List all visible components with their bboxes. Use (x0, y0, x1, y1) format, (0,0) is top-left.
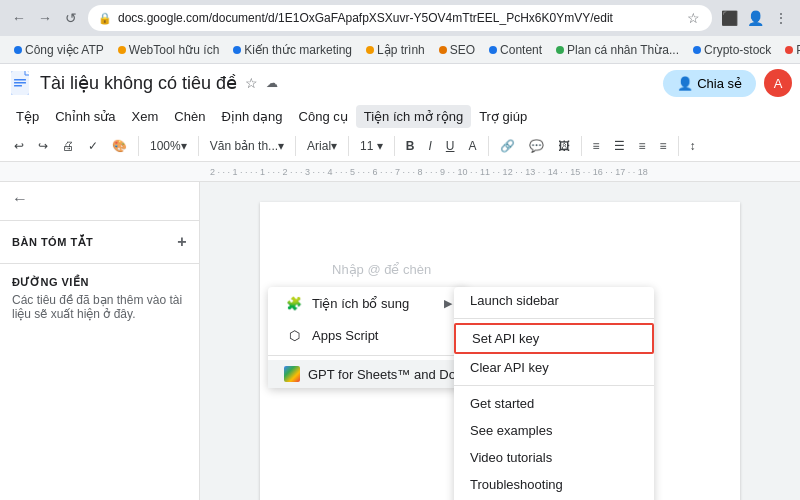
ruler-marks: 2 · · · 1 · · · · 1 · · · 2 · · · 3 · · … (210, 167, 648, 177)
ruler: 2 · · · 1 · · · · 1 · · · 2 · · · 3 · · … (0, 162, 800, 182)
set-api-key-label: Set API key (472, 331, 539, 346)
bookmark-label: Crypto-stock (704, 43, 771, 57)
doc-title[interactable]: Tài liệu không có tiêu đề (40, 72, 237, 94)
menu-xem[interactable]: Xem (124, 105, 167, 128)
see-examples-item[interactable]: See examples (454, 417, 654, 444)
troubleshooting-item[interactable]: Troubleshooting (454, 471, 654, 498)
print-button[interactable]: 🖨 (56, 137, 80, 155)
bookmark-congviecatp[interactable]: Công việc ATP (8, 41, 110, 59)
menu-congcu[interactable]: Công cụ (291, 105, 356, 128)
bookmark-label: Kiến thức marketing (244, 43, 352, 57)
separator2 (198, 136, 199, 156)
bookmark-crypto[interactable]: Crypto-stock (687, 41, 777, 59)
clear-api-key-item[interactable]: Clear API key (454, 354, 654, 381)
back-button[interactable]: ← (8, 7, 30, 29)
font-selector[interactable]: Arial ▾ (301, 137, 343, 155)
video-tutorials-label: Video tutorials (470, 450, 552, 465)
separator4 (348, 136, 349, 156)
menu-bar: Tệp Chỉnh sửa Xem Chèn Định dạng Công cụ… (0, 102, 800, 130)
menu-divider (268, 355, 468, 356)
bookmark-webtool[interactable]: WebTool hữu ích (112, 41, 226, 59)
bookmark-label: Plan cá nhân Thừa... (567, 43, 679, 57)
bold-button[interactable]: B (400, 137, 421, 155)
launch-sidebar-item[interactable]: Launch sidebar (454, 287, 654, 314)
separator1 (138, 136, 139, 156)
menu-chen[interactable]: Chèn (166, 105, 213, 128)
outline-header: ĐƯỜNG VIỀN (12, 276, 187, 289)
puzzle-icon: 🧩 (284, 293, 304, 313)
bookmark-icon (14, 46, 22, 54)
get-started-label: Get started (470, 396, 534, 411)
divider2 (0, 263, 199, 264)
get-started-item[interactable]: Get started (454, 390, 654, 417)
profile-button[interactable]: 👤 (744, 7, 766, 29)
menu-gpt-item[interactable]: GPT for Sheets™ and Docs™ ▶ (268, 360, 468, 388)
bookmark-laptrinh[interactable]: Lập trình (360, 41, 431, 59)
docs-title-area: Tài liệu không có tiêu đề ☆ ☁ (40, 72, 655, 94)
docs-app: Tài liệu không có tiêu đề ☆ ☁ 👤 Chia sẻ … (0, 64, 800, 500)
bookmark-icon (556, 46, 564, 54)
doc-placeholder[interactable]: Nhập @ để chèn (332, 262, 431, 277)
bookmark-content[interactable]: Content (483, 41, 548, 59)
sidebar-back-button[interactable]: ← (0, 182, 199, 216)
color-button[interactable]: A (462, 137, 482, 155)
bookmark-plan[interactable]: Plan cá nhân Thừa... (550, 41, 685, 59)
menu-trogup[interactable]: Trợ giúp (471, 105, 535, 128)
outline-title: ĐƯỜNG VIỀN (12, 276, 89, 289)
tieniich-menu: 🧩 Tiện ích bổ sung ▶ ⬡ Apps Script GPT f… (268, 287, 468, 388)
addon-label: Tiện ích bổ sung (312, 296, 409, 311)
svg-rect-2 (14, 79, 26, 81)
align-left[interactable]: ≡ (587, 137, 606, 155)
set-api-key-item[interactable]: Set API key (454, 323, 654, 354)
launch-sidebar-label: Launch sidebar (470, 293, 559, 308)
share-button[interactable]: 👤 Chia sẻ (663, 70, 756, 97)
bookmark-label: Công việc ATP (25, 43, 104, 57)
paint-format-button[interactable]: 🎨 (106, 137, 133, 155)
add-summary-button[interactable]: + (177, 233, 187, 251)
bookmark-label: SEO (450, 43, 475, 57)
bookmark-address-icon[interactable]: ☆ (685, 8, 702, 28)
browser-chrome: ← → ↺ 🔒 docs.google.com/document/d/1E1Ox… (0, 0, 800, 36)
bookmark-marketing[interactable]: Kiến thức marketing (227, 41, 358, 59)
bookmark-photo[interactable]: Photo & Video (779, 41, 800, 59)
video-tutorials-item[interactable]: Video tutorials (454, 444, 654, 471)
menu-button[interactable]: ⋮ (770, 7, 792, 29)
sidebar: ← BÀN TÓM TẮT + ĐƯỜNG VIỀN Các tiêu đề đ… (0, 182, 200, 500)
script-icon: ⬡ (284, 325, 304, 345)
image-button[interactable]: 🖼 (552, 137, 576, 155)
extensions-button[interactable]: ⬛ (718, 7, 740, 29)
menu-tienich[interactable]: Tiện ích mở rộng (356, 105, 471, 128)
menu-addon-item[interactable]: 🧩 Tiện ích bổ sung ▶ (268, 287, 468, 319)
style-selector[interactable]: Văn bản th... ▾ (204, 137, 290, 155)
refresh-button[interactable]: ↺ (60, 7, 82, 29)
comment-button[interactable]: 💬 (523, 137, 550, 155)
align-center[interactable]: ☰ (608, 137, 631, 155)
menu-chinhdau[interactable]: Chỉnh sửa (47, 105, 123, 128)
lock-icon: 🔒 (98, 12, 112, 25)
user-avatar[interactable]: A (764, 69, 792, 97)
menu-tep[interactable]: Tệp (8, 105, 47, 128)
justify[interactable]: ≡ (654, 137, 673, 155)
menu-appsscript-item[interactable]: ⬡ Apps Script (268, 319, 468, 351)
menu-dinhdat[interactable]: Định dạng (213, 105, 290, 128)
redo-button[interactable]: ↪ (32, 137, 54, 155)
forward-button[interactable]: → (34, 7, 56, 29)
address-bar[interactable]: 🔒 docs.google.com/document/d/1E1OxGaFApa… (88, 5, 712, 31)
link-button[interactable]: 🔗 (494, 137, 521, 155)
undo-button[interactable]: ↩ (8, 137, 30, 155)
bookmark-label: Lập trình (377, 43, 425, 57)
summary-section: BÀN TÓM TẮT + (0, 225, 199, 259)
star-icon[interactable]: ☆ (243, 73, 260, 93)
spellcheck-button[interactable]: ✓ (82, 137, 104, 155)
font-size-btn[interactable]: 11 ▾ (354, 137, 389, 155)
italic-button[interactable]: I (422, 137, 437, 155)
align-right[interactable]: ≡ (633, 137, 652, 155)
zoom-selector[interactable]: 100% ▾ (144, 137, 193, 155)
underline-button[interactable]: U (440, 137, 461, 155)
line-spacing[interactable]: ↕ (684, 137, 702, 155)
share-label: Chia sẻ (697, 76, 742, 91)
cloud-icon: ☁ (266, 76, 278, 90)
bookmark-seo[interactable]: SEO (433, 41, 481, 59)
outline-content: Các tiêu đề đã bạn thêm vào tài liệu sẽ … (12, 293, 187, 321)
bookmark-icon (489, 46, 497, 54)
